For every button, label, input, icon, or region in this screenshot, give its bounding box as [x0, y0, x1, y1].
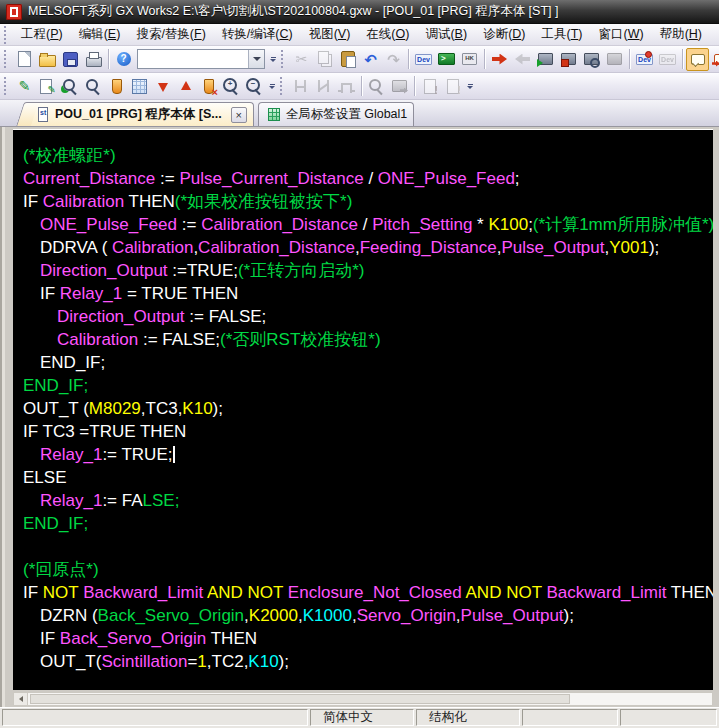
watch-monitor-button[interactable]: [580, 48, 603, 71]
help-button[interactable]: [112, 48, 135, 71]
code-line-2[interactable]: Current_Distance := Pulse_Current_Distan…: [23, 167, 713, 190]
toolbar-overflow-icon-2[interactable]: [266, 75, 278, 97]
menu-item-online[interactable]: 在线(O): [358, 24, 417, 45]
toolbar-overflow-icon-3[interactable]: [464, 75, 476, 97]
bookmark-button[interactable]: [105, 75, 128, 98]
toolbar-separator: [682, 49, 683, 69]
program-check-warning-button[interactable]: [441, 75, 464, 98]
open-project-button[interactable]: [36, 48, 59, 71]
device-monitor-button[interactable]: [435, 48, 458, 71]
toolbar-overflow-icon-1[interactable]: [267, 48, 279, 70]
code-line-3[interactable]: IF Calibration THEN(*如果校准按钮被按下*): [23, 190, 713, 213]
menu-item-convert-compile[interactable]: 转换/编译(C): [214, 24, 301, 45]
comment-display-button[interactable]: [686, 48, 709, 71]
horizontal-scrollbar[interactable]: [13, 692, 713, 706]
code-line-21[interactable]: DZRN (Back_Servo_Origin,K2000,K1000,Serv…: [23, 604, 713, 627]
tab-global-label-setting[interactable]: 全局标签设置 Global1: [258, 102, 415, 126]
code-line-8[interactable]: Direction_Output := FALSE;: [23, 305, 713, 328]
program-check-button[interactable]: [418, 75, 441, 98]
find-replace-button[interactable]: [82, 75, 105, 98]
read-from-plc-button[interactable]: [511, 48, 534, 71]
menu-item-project[interactable]: 工程(P): [13, 24, 71, 45]
code-line-19[interactable]: (*回原点*): [23, 558, 713, 581]
paste-button[interactable]: [336, 48, 359, 71]
monitor-condition-button[interactable]: [603, 48, 626, 71]
input-device-button[interactable]: [458, 48, 481, 71]
pulse-button[interactable]: [335, 75, 358, 98]
code-token: DZRN (: [40, 606, 98, 625]
menu-item-tools[interactable]: 工具(T): [534, 24, 591, 45]
device-display-off-button[interactable]: [656, 48, 679, 71]
print-button[interactable]: [82, 48, 105, 71]
jump-button[interactable]: [388, 75, 411, 98]
start-monitor-button[interactable]: [534, 48, 557, 71]
open-contact-button[interactable]: [289, 75, 312, 98]
cut-button[interactable]: [290, 48, 313, 71]
find-next-button[interactable]: [59, 75, 82, 98]
code-line-18[interactable]: [23, 535, 713, 558]
toolbar-grip[interactable]: [280, 77, 285, 95]
code-line-14[interactable]: Relay_1:= TRUE;: [23, 443, 713, 466]
code-line-17[interactable]: END_IF;: [23, 512, 713, 535]
bookmark-next-button[interactable]: [151, 75, 174, 98]
menu-item-diagnostics[interactable]: 诊断(D): [475, 24, 533, 45]
code-line-15[interactable]: ELSE: [23, 466, 713, 489]
toolbar-grip[interactable]: [281, 50, 286, 68]
menu-item-debug[interactable]: 调试(B): [417, 24, 475, 45]
convert-all-button[interactable]: [36, 75, 59, 98]
bookmark-clear-button[interactable]: [197, 75, 220, 98]
menubar-grip[interactable]: [4, 26, 9, 44]
device-display-button[interactable]: [633, 48, 656, 71]
code-token: Pulse_Output: [501, 238, 604, 257]
menu-item-help[interactable]: 帮助(H): [652, 24, 710, 45]
zoom-in-button[interactable]: [220, 75, 243, 98]
undo-button[interactable]: [359, 48, 382, 71]
toolbar-grip[interactable]: [4, 77, 9, 95]
ladder-find-button[interactable]: [365, 75, 388, 98]
scroll-left-icon[interactable]: [14, 693, 28, 705]
write-to-plc-button[interactable]: [488, 48, 511, 71]
code-editor[interactable]: (*校准螺距*)Current_Distance := Pulse_Curren…: [13, 129, 713, 690]
tab-pou01-program[interactable]: POU_01 [PRG] 程序本体 [S...×: [27, 102, 254, 126]
code-token: Direction_Output: [57, 307, 189, 326]
tab-close-icon[interactable]: ×: [231, 107, 247, 123]
code-line-13[interactable]: IF TC3 =TRUE THEN: [23, 420, 713, 443]
menu-item-search-replace[interactable]: 搜索/替换(F): [128, 24, 213, 45]
new-project-button[interactable]: [13, 48, 36, 71]
code-line-4[interactable]: ONE_Pulse_Feed := Calibration_Distance /…: [23, 213, 713, 236]
menu-item-edit[interactable]: 编辑(E): [71, 24, 129, 45]
code-line-12[interactable]: OUT_T (M8029,TC3,K10);: [23, 397, 713, 420]
bookmark-list-button[interactable]: [128, 75, 151, 98]
redo-button[interactable]: [382, 48, 405, 71]
zoom-in-icon: [223, 78, 240, 95]
title-bar[interactable]: MELSOFT系列 GX Works2 E:\客户\切割机\ST20210080…: [0, 0, 719, 24]
toolbar-grip[interactable]: [4, 50, 9, 68]
code-line-22[interactable]: IF Back_Servo_Origin THEN: [23, 627, 713, 650]
menu-item-window[interactable]: 窗口(W): [590, 24, 651, 45]
code-line-16[interactable]: Relay_1:= FALSE;: [23, 489, 713, 512]
menu-item-view[interactable]: 视图(V): [301, 24, 359, 45]
statement-display-icon: [712, 51, 719, 68]
code-line-20[interactable]: IF NOT Backward_Limit AND NOT Enclosure_…: [23, 581, 713, 604]
convert-button[interactable]: [13, 75, 36, 98]
window-selector-combo[interactable]: [137, 49, 265, 69]
bookmark-prev-button[interactable]: [174, 75, 197, 98]
code-line-1[interactable]: (*校准螺距*): [23, 144, 713, 167]
zoom-out-button[interactable]: [243, 75, 266, 98]
scrollbar-thumb[interactable]: [30, 694, 570, 704]
statement-display-button[interactable]: [709, 48, 719, 71]
close-contact-button[interactable]: [312, 75, 335, 98]
code-line-5[interactable]: DDRVA ( Calibration,Calibration_Distance…: [23, 236, 713, 259]
code-line-7[interactable]: IF Relay_1 = TRUE THEN: [23, 282, 713, 305]
stop-monitor-button[interactable]: [557, 48, 580, 71]
code-line-23[interactable]: OUT_T(Scintillation=1,TC2,K10);: [23, 650, 713, 673]
save-project-button[interactable]: [59, 48, 82, 71]
code-line-11[interactable]: END_IF;: [23, 374, 713, 397]
combo-dropdown-icon[interactable]: [248, 50, 264, 68]
device-comment-button[interactable]: [412, 48, 435, 71]
code-line-6[interactable]: Direction_Output :=TRUE;(*正转方向启动*): [23, 259, 713, 282]
copy-button[interactable]: [313, 48, 336, 71]
code-line-10[interactable]: END_IF;: [23, 351, 713, 374]
editor-area: (*校准螺距*)Current_Distance := Pulse_Curren…: [0, 127, 719, 707]
code-line-9[interactable]: Calibration := FALSE;(*否则RST校准按钮*): [23, 328, 713, 351]
